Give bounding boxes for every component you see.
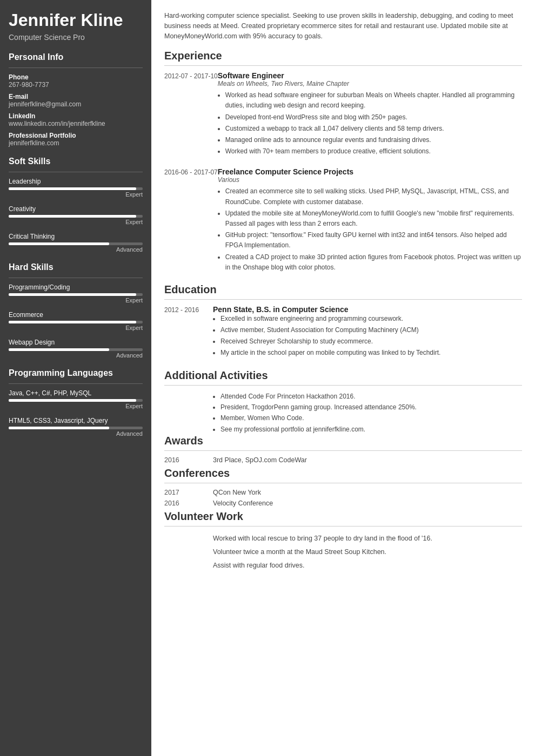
awards-container: 2016 3rd Place, SpOJ.com CodeWar: [164, 456, 522, 464]
bullet-item: Excelled in software engineering and pro…: [220, 314, 522, 324]
education-title: Education: [164, 284, 522, 296]
skill-bar-fill: [9, 321, 136, 323]
candidate-title: Computer Science Pro: [9, 33, 143, 42]
skill-level: Advanced: [9, 352, 143, 359]
skill-name: Ecommerce: [9, 311, 143, 319]
resume-wrapper: Jennifer Kline Computer Science Pro Pers…: [0, 0, 535, 756]
skill-level: Advanced: [9, 430, 143, 437]
additional-bullet: Member, Women Who Code.: [220, 413, 522, 423]
entry-body: Penn State, B.S. in Computer Science Exc…: [213, 305, 522, 360]
education-divider: [164, 299, 522, 300]
skill-bar-bg: [9, 348, 143, 351]
soft-skills-divider: [9, 172, 143, 172]
volunteer-divider: [164, 526, 522, 526]
prog-lang-title: Programming Languages: [9, 368, 143, 378]
experience-entry: 2012-07 - 2017-10 Software Engineer Meal…: [164, 71, 522, 158]
prog-lang-divider: [9, 383, 143, 384]
volunteer-title: Volunteer Work: [164, 510, 522, 523]
skill-level: Advanced: [9, 246, 143, 253]
skill-name: Creativity: [9, 205, 143, 213]
skill-item: HTML5, CSS3, Javascript, JQuery Advanced: [9, 417, 143, 437]
conf-date: 2017: [164, 489, 213, 496]
entry-date: 2016-06 - 2017-07: [164, 167, 218, 274]
entry-bullets: Worked as head software engineer for sub…: [218, 90, 522, 157]
education-container: 2012 - 2016 Penn State, B.S. in Computer…: [164, 305, 522, 360]
skill-bar-bg: [9, 321, 143, 323]
skill-bar-fill: [9, 348, 109, 351]
experience-title: Experience: [164, 50, 522, 62]
skill-bar-fill: [9, 187, 136, 190]
additional-title: Additional Activities: [164, 369, 522, 382]
hard-skills-container: Programming/Coding Expert Ecommerce Expe…: [9, 284, 143, 359]
conf-date: 2016: [164, 500, 213, 507]
skill-item: Critical Thinking Advanced: [9, 233, 143, 253]
candidate-name: Jennifer Kline: [9, 11, 143, 30]
skill-item: Programming/Coding Expert: [9, 284, 143, 303]
skill-name: Java, C++, C#, PHP, MySQL: [9, 389, 143, 397]
skill-bar-fill: [9, 242, 109, 245]
conferences-container: 2017 QCon New York 2016 Velocity Confere…: [164, 489, 522, 507]
soft-skills-container: Leadership Expert Creativity Expert Crit…: [9, 178, 143, 253]
bullet-item: Worked as head software engineer for sub…: [225, 90, 522, 111]
experience-divider: [164, 65, 522, 66]
bullet-item: Worked with 70+ team members to produce …: [225, 146, 522, 157]
skill-bar-bg: [9, 293, 143, 296]
bullet-item: Active member, Student Association for C…: [220, 325, 522, 335]
skill-name: Leadership: [9, 178, 143, 185]
soft-skills-title: Soft Skills: [9, 157, 143, 166]
skill-name: Programming/Coding: [9, 284, 143, 291]
additional-bullet: See my professional portfolio at jennife…: [220, 424, 522, 435]
skill-level: Expert: [9, 297, 143, 303]
portfolio-value: jenniferfkline.com: [9, 139, 143, 147]
bullet-item: GitHub project: "tensorflow." Fixed faul…: [225, 230, 522, 251]
entry-bullets: Created an ecommerce site to sell walkin…: [218, 186, 522, 273]
award-entry: 2016 3rd Place, SpOJ.com CodeWar: [164, 456, 522, 464]
experience-container: 2012-07 - 2017-10 Software Engineer Meal…: [164, 71, 522, 274]
additional-divider: [164, 385, 522, 386]
skill-bar-bg: [9, 215, 143, 218]
awards-title: Awards: [164, 435, 522, 447]
additional-container: Attended Code For Princeton Hackathon 20…: [164, 391, 522, 435]
entry-bullets: Excelled in software engineering and pro…: [213, 314, 522, 359]
phone-label: Phone: [9, 73, 143, 81]
bullet-item: Created an ecommerce site to sell walkin…: [225, 186, 522, 207]
portfolio-label: Professional Portfolio: [9, 132, 143, 139]
hard-skills-title: Hard Skills: [9, 262, 143, 272]
skill-bar-bg: [9, 187, 143, 190]
skill-bar-fill: [9, 399, 136, 402]
skill-level: Expert: [9, 325, 143, 331]
additional-bullet: Attended Code For Princeton Hackathon 20…: [220, 391, 522, 402]
bullet-item: Managed online ads to announce regular e…: [225, 135, 522, 145]
entry-body: Software Engineer Meals on Wheels, Two R…: [218, 71, 522, 158]
education-entry: 2012 - 2016 Penn State, B.S. in Computer…: [164, 305, 522, 360]
award-text: 3rd Place, SpOJ.com CodeWar: [213, 456, 522, 464]
entry-date: 2012-07 - 2017-10: [164, 71, 218, 158]
entry-school: Penn State, B.S. in Computer Science: [213, 305, 522, 314]
entry-body: Freelance Computer Science Projects Vari…: [218, 167, 522, 274]
email-value: jenniferfkline@gmail.com: [9, 100, 143, 108]
skill-item: Ecommerce Expert: [9, 311, 143, 331]
additional-bullet: President, TrogdorPenn gaming group. Inc…: [220, 402, 522, 413]
linkedin-value: www.linkedin.com/in/jenniferfkline: [9, 120, 143, 127]
volunteer-container: Worked with local rescue to bring 37 peo…: [164, 532, 522, 572]
award-date: 2016: [164, 456, 213, 464]
sidebar: Jennifer Kline Computer Science Pro Pers…: [0, 0, 151, 756]
volunteer-line: Assist with regular food drives.: [213, 559, 522, 572]
personal-info-title: Personal Info: [9, 52, 143, 62]
conferences-divider: [164, 483, 522, 483]
skill-bar-bg: [9, 427, 143, 429]
skill-level: Expert: [9, 219, 143, 225]
linkedin-label: LinkedIn: [9, 112, 143, 120]
skill-item: Webapp Design Advanced: [9, 339, 143, 359]
conf-text: Velocity Conference: [213, 500, 522, 507]
entry-job-title: Freelance Computer Science Projects: [218, 167, 522, 176]
skill-level: Expert: [9, 403, 143, 409]
skill-bar-fill: [9, 293, 136, 296]
email-label: E-mail: [9, 93, 143, 100]
skill-bar-bg: [9, 242, 143, 245]
personal-info-divider: [9, 68, 143, 68]
skill-name: Critical Thinking: [9, 233, 143, 240]
entry-company: Meals on Wheels, Two Rivers, Maine Chapt…: [218, 80, 522, 87]
bullet-item: Customized a webapp to track all 1,047 d…: [225, 124, 522, 134]
experience-entry: 2016-06 - 2017-07 Freelance Computer Sci…: [164, 167, 522, 274]
